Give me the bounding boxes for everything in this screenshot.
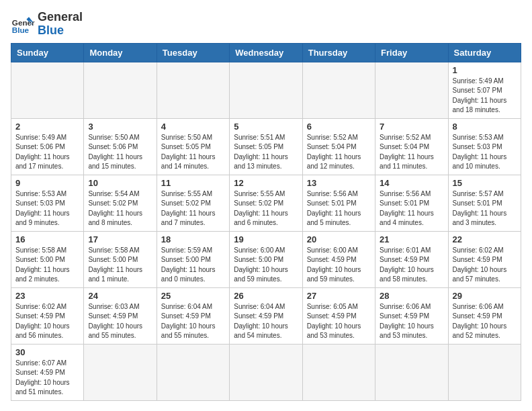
calendar-cell: [157, 62, 229, 118]
svg-text:Blue: Blue: [12, 25, 30, 34]
day-info: Sunrise: 5:57 AM Sunset: 5:01 PM Dayligh…: [453, 189, 517, 228]
day-info: Sunrise: 5:55 AM Sunset: 5:02 PM Dayligh…: [234, 189, 298, 228]
weekday-header-saturday: Saturday: [448, 43, 521, 62]
calendar-body: 1Sunrise: 5:49 AM Sunset: 5:07 PM Daylig…: [11, 62, 521, 400]
calendar-cell: 13Sunrise: 5:56 AM Sunset: 5:01 PM Dayli…: [302, 175, 375, 231]
day-number: 9: [15, 178, 79, 188]
calendar-cell: 17Sunrise: 5:58 AM Sunset: 5:00 PM Dayli…: [84, 231, 157, 287]
day-number: 26: [234, 291, 298, 301]
day-info: Sunrise: 6:04 AM Sunset: 4:59 PM Dayligh…: [234, 302, 298, 341]
calendar-cell: 5Sunrise: 5:51 AM Sunset: 5:05 PM Daylig…: [230, 118, 302, 175]
day-info: Sunrise: 6:02 AM Sunset: 4:59 PM Dayligh…: [453, 246, 517, 285]
day-number: 30: [15, 347, 79, 357]
day-info: Sunrise: 5:56 AM Sunset: 5:01 PM Dayligh…: [380, 189, 443, 228]
calendar-cell: 1Sunrise: 5:49 AM Sunset: 5:07 PM Daylig…: [448, 62, 521, 118]
calendar-cell: 2Sunrise: 5:49 AM Sunset: 5:06 PM Daylig…: [11, 118, 84, 175]
day-number: 14: [380, 178, 443, 188]
calendar-cell: [84, 344, 157, 400]
calendar-cell: 24Sunrise: 6:03 AM Sunset: 4:59 PM Dayli…: [84, 287, 157, 344]
day-info: Sunrise: 5:50 AM Sunset: 5:06 PM Dayligh…: [88, 133, 152, 172]
day-info: Sunrise: 6:04 AM Sunset: 4:59 PM Dayligh…: [161, 302, 225, 341]
calendar-cell: 12Sunrise: 5:55 AM Sunset: 5:02 PM Dayli…: [230, 175, 302, 231]
calendar-cell: 20Sunrise: 6:00 AM Sunset: 4:59 PM Dayli…: [302, 231, 375, 287]
logo-blue-text: Blue: [38, 24, 83, 38]
logo-general-text: General: [38, 11, 83, 24]
calendar-cell: 25Sunrise: 6:04 AM Sunset: 4:59 PM Dayli…: [157, 287, 229, 344]
weekday-header-sunday: Sunday: [11, 43, 84, 62]
page-header: General Blue General Blue: [11, 11, 521, 38]
day-info: Sunrise: 6:07 AM Sunset: 4:59 PM Dayligh…: [15, 359, 79, 398]
day-number: 27: [307, 291, 371, 301]
calendar-cell: 30Sunrise: 6:07 AM Sunset: 4:59 PM Dayli…: [11, 344, 84, 400]
calendar-cell: 22Sunrise: 6:02 AM Sunset: 4:59 PM Dayli…: [448, 231, 521, 287]
calendar-cell: 21Sunrise: 6:01 AM Sunset: 4:59 PM Dayli…: [375, 231, 448, 287]
calendar-cell: 8Sunrise: 5:53 AM Sunset: 5:03 PM Daylig…: [448, 118, 521, 175]
calendar-cell: 9Sunrise: 5:53 AM Sunset: 5:03 PM Daylig…: [11, 175, 84, 231]
day-number: 10: [88, 178, 152, 188]
calendar-week-row: 2Sunrise: 5:49 AM Sunset: 5:06 PM Daylig…: [11, 118, 521, 175]
calendar-cell: 18Sunrise: 5:59 AM Sunset: 5:00 PM Dayli…: [157, 231, 229, 287]
calendar-cell: 7Sunrise: 5:52 AM Sunset: 5:04 PM Daylig…: [375, 118, 448, 175]
calendar-cell: 28Sunrise: 6:06 AM Sunset: 4:59 PM Dayli…: [375, 287, 448, 344]
day-info: Sunrise: 5:54 AM Sunset: 5:02 PM Dayligh…: [88, 189, 152, 228]
day-info: Sunrise: 6:00 AM Sunset: 4:59 PM Dayligh…: [307, 246, 371, 285]
day-info: Sunrise: 5:59 AM Sunset: 5:00 PM Dayligh…: [161, 246, 225, 285]
calendar-cell: 11Sunrise: 5:55 AM Sunset: 5:02 PM Dayli…: [157, 175, 229, 231]
day-info: Sunrise: 5:58 AM Sunset: 5:00 PM Dayligh…: [15, 246, 79, 285]
day-number: 16: [15, 234, 79, 244]
calendar-cell: 27Sunrise: 6:05 AM Sunset: 4:59 PM Dayli…: [302, 287, 375, 344]
calendar-cell: 10Sunrise: 5:54 AM Sunset: 5:02 PM Dayli…: [84, 175, 157, 231]
calendar-table: SundayMondayTuesdayWednesdayThursdayFrid…: [11, 43, 521, 401]
day-info: Sunrise: 6:00 AM Sunset: 5:00 PM Dayligh…: [234, 246, 298, 285]
day-info: Sunrise: 6:02 AM Sunset: 4:59 PM Dayligh…: [15, 302, 79, 341]
day-number: 8: [453, 122, 517, 132]
day-info: Sunrise: 5:49 AM Sunset: 5:07 PM Dayligh…: [453, 77, 517, 116]
calendar-cell: 23Sunrise: 6:02 AM Sunset: 4:59 PM Dayli…: [11, 287, 84, 344]
day-number: 5: [234, 122, 298, 132]
day-info: Sunrise: 6:05 AM Sunset: 4:59 PM Dayligh…: [307, 302, 371, 341]
day-info: Sunrise: 5:58 AM Sunset: 5:00 PM Dayligh…: [88, 246, 152, 285]
logo: General Blue General Blue: [11, 11, 83, 38]
day-info: Sunrise: 5:52 AM Sunset: 5:04 PM Dayligh…: [307, 133, 371, 172]
calendar-cell: 14Sunrise: 5:56 AM Sunset: 5:01 PM Dayli…: [375, 175, 448, 231]
day-info: Sunrise: 6:06 AM Sunset: 4:59 PM Dayligh…: [380, 302, 443, 341]
day-number: 7: [380, 122, 443, 132]
calendar-cell: [375, 62, 448, 118]
calendar-cell: 15Sunrise: 5:57 AM Sunset: 5:01 PM Dayli…: [448, 175, 521, 231]
day-number: 21: [380, 234, 443, 244]
day-number: 4: [161, 122, 225, 132]
calendar-cell: [302, 344, 375, 400]
day-number: 25: [161, 291, 225, 301]
day-number: 12: [234, 178, 298, 188]
day-number: 3: [88, 122, 152, 132]
day-number: 6: [307, 122, 371, 132]
calendar-cell: [302, 62, 375, 118]
day-info: Sunrise: 5:55 AM Sunset: 5:02 PM Dayligh…: [161, 189, 225, 228]
calendar-week-row: 1Sunrise: 5:49 AM Sunset: 5:07 PM Daylig…: [11, 62, 521, 118]
day-info: Sunrise: 5:53 AM Sunset: 5:03 PM Dayligh…: [453, 133, 517, 172]
logo-icon: General Blue: [11, 12, 35, 36]
day-number: 23: [15, 291, 79, 301]
day-number: 28: [380, 291, 443, 301]
day-info: Sunrise: 5:49 AM Sunset: 5:06 PM Dayligh…: [15, 133, 79, 172]
day-number: 22: [453, 234, 517, 244]
day-number: 11: [161, 178, 225, 188]
calendar-week-row: 16Sunrise: 5:58 AM Sunset: 5:00 PM Dayli…: [11, 231, 521, 287]
day-number: 15: [453, 178, 517, 188]
day-number: 17: [88, 234, 152, 244]
day-number: 2: [15, 122, 79, 132]
calendar-cell: 29Sunrise: 6:06 AM Sunset: 4:59 PM Dayli…: [448, 287, 521, 344]
calendar-cell: 4Sunrise: 5:50 AM Sunset: 5:05 PM Daylig…: [157, 118, 229, 175]
calendar-cell: [230, 344, 302, 400]
day-info: Sunrise: 5:50 AM Sunset: 5:05 PM Dayligh…: [161, 133, 225, 172]
day-info: Sunrise: 6:03 AM Sunset: 4:59 PM Dayligh…: [88, 302, 152, 341]
day-number: 24: [88, 291, 152, 301]
day-info: Sunrise: 5:51 AM Sunset: 5:05 PM Dayligh…: [234, 133, 298, 172]
day-info: Sunrise: 5:56 AM Sunset: 5:01 PM Dayligh…: [307, 189, 371, 228]
calendar-cell: 3Sunrise: 5:50 AM Sunset: 5:06 PM Daylig…: [84, 118, 157, 175]
calendar-week-row: 30Sunrise: 6:07 AM Sunset: 4:59 PM Dayli…: [11, 344, 521, 400]
weekday-header-thursday: Thursday: [302, 43, 375, 62]
day-number: 1: [453, 65, 517, 75]
calendar-cell: 19Sunrise: 6:00 AM Sunset: 5:00 PM Dayli…: [230, 231, 302, 287]
day-number: 18: [161, 234, 225, 244]
